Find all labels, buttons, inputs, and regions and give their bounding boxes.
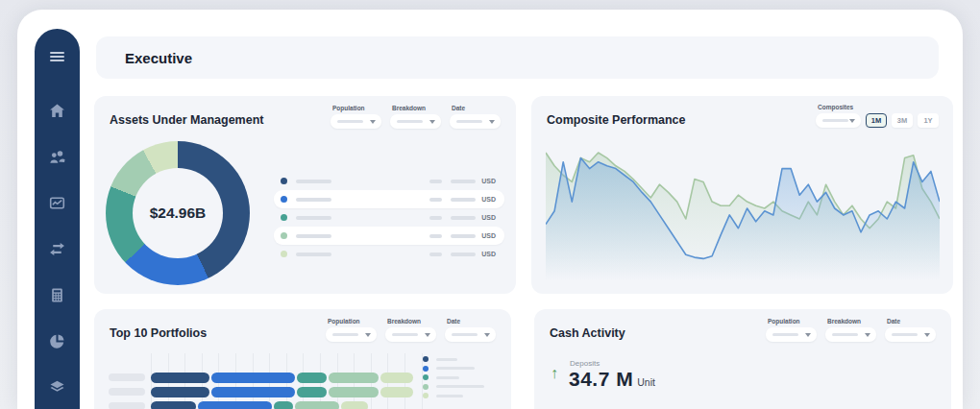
date-select[interactable] (450, 114, 501, 129)
portfolio-stacked-bar (151, 401, 368, 409)
legend-currency: USD (481, 178, 496, 184)
chevron-down-icon (489, 120, 495, 124)
composites-select[interactable] (816, 113, 861, 128)
top10-filters: Population Breakdown Date (326, 318, 496, 342)
date-select[interactable] (445, 327, 496, 342)
select-placeholder (332, 333, 358, 336)
legend-value-placeholder (429, 253, 442, 256)
population-select[interactable] (766, 327, 817, 342)
select-placeholder (337, 120, 363, 123)
top10-legend-item (423, 366, 475, 372)
bar-segment (341, 401, 368, 409)
legend-dot (423, 393, 429, 398)
legend-dot (423, 384, 429, 390)
filter-breakdown: Breakdown (390, 105, 441, 129)
menu-icon[interactable] (49, 48, 65, 64)
page-title: Executive (125, 50, 192, 66)
chevron-down-icon (370, 120, 376, 124)
aum-donut-hole: $24.96B (133, 168, 223, 258)
legend-value-placeholder (429, 180, 442, 183)
legend-dot (281, 232, 287, 239)
filter-population-label: Population (328, 318, 377, 325)
portfolio-stacked-bar (151, 387, 413, 397)
range-button-1m[interactable]: 1M (866, 113, 887, 128)
legend-amount-placeholder (451, 180, 476, 183)
chevron-down-icon (849, 119, 855, 123)
bar-segment (297, 387, 327, 397)
legend-currency: USD (481, 196, 496, 203)
bar-segment (274, 401, 293, 409)
legend-amount-placeholder (451, 198, 476, 202)
population-select[interactable] (331, 114, 381, 129)
filter-population-label: Population (768, 318, 817, 325)
bar-segment (380, 373, 413, 383)
bar-segment (211, 373, 295, 383)
layers-icon[interactable] (49, 379, 65, 396)
aum-legend-list: USDUSDUSDUSDUSD (274, 172, 504, 263)
range-button-group: 1M3M1Y (866, 113, 939, 128)
chevron-down-icon (865, 333, 870, 337)
filter-breakdown: Breakdown (385, 318, 436, 342)
bar-segment (329, 387, 379, 397)
aum-legend-row: USD (274, 245, 504, 263)
aum-legend-row: USD (274, 227, 504, 245)
legend-value-placeholder (429, 234, 442, 238)
deposits-stat: 34.7 M Unit (569, 368, 655, 391)
select-placeholder (456, 120, 482, 123)
chevron-down-icon (429, 120, 435, 124)
bar-segment (151, 401, 196, 409)
bar-segment (211, 387, 295, 397)
legend-amount-placeholder (451, 216, 476, 220)
breakdown-select[interactable] (385, 327, 436, 342)
range-button-3m[interactable]: 3M (892, 113, 913, 128)
top10-legend-item (423, 384, 484, 390)
filter-date-label: Date (452, 105, 501, 111)
range-button-1y[interactable]: 1Y (918, 113, 939, 128)
legend-label-placeholder (436, 376, 459, 379)
filter-population: Population (326, 318, 377, 342)
legend-name-placeholder (296, 180, 331, 183)
filter-date: Date (885, 318, 936, 342)
aum-total-value: $24.96B (150, 204, 207, 222)
legend-name-placeholder (296, 234, 331, 238)
top10-legend-item (423, 374, 459, 380)
population-select[interactable] (326, 327, 377, 342)
chevron-down-icon (924, 333, 930, 337)
transfers-icon[interactable] (49, 241, 65, 257)
bar-segment (151, 387, 209, 397)
aum-donut-chart: $24.96B (106, 141, 250, 285)
date-select[interactable] (885, 327, 936, 342)
legend-name-placeholder (296, 198, 331, 202)
legend-dot (281, 196, 287, 203)
legend-label-placeholder (436, 395, 463, 397)
chevron-down-icon (805, 333, 811, 337)
bar-segment (295, 401, 339, 409)
legend-dot (423, 374, 429, 380)
home-icon[interactable] (49, 103, 65, 119)
composite-area-chart (546, 134, 940, 283)
bar-segment (380, 387, 413, 397)
legend-dot (423, 366, 429, 372)
breakdown-select[interactable] (390, 114, 441, 129)
composite-title: Composite Performance (547, 113, 685, 127)
chevron-down-icon (425, 333, 430, 337)
select-placeholder (822, 119, 848, 122)
card-composite-performance: Composite Performance Composites 1M3M1Y (531, 96, 953, 294)
legend-currency: USD (481, 214, 496, 221)
portfolio-label-placeholder (109, 373, 145, 381)
legend-dot (281, 251, 287, 257)
clients-icon[interactable] (49, 149, 65, 165)
legend-dot (281, 178, 287, 184)
filter-breakdown: Breakdown (825, 318, 876, 342)
calculator-icon[interactable] (49, 287, 65, 303)
portfolio-chart-icon[interactable] (49, 195, 65, 211)
filter-breakdown-label: Breakdown (387, 318, 436, 325)
deposits-up-arrow-icon: ↑ (551, 365, 558, 382)
aum-legend-row: USD (274, 208, 504, 227)
cash-title: Cash Activity (550, 326, 625, 340)
breakdown-select[interactable] (825, 327, 876, 342)
legend-value-placeholder (429, 216, 442, 220)
legend-currency: USD (481, 232, 496, 239)
pie-allocation-icon[interactable] (49, 333, 65, 349)
page-header: Executive (96, 36, 939, 79)
